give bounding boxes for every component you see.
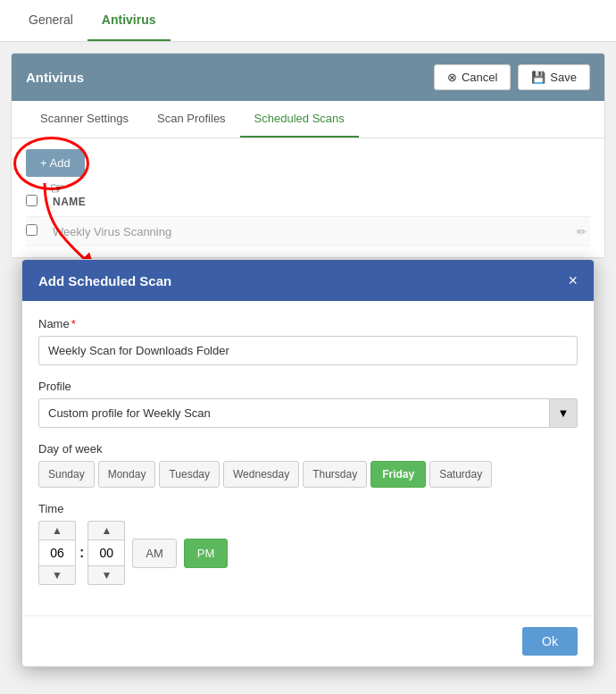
- add-button-area: + Add: [12, 138, 604, 188]
- minute-value: 00: [87, 539, 125, 566]
- table-header: NAME: [26, 188, 590, 217]
- table-row: Weekly Virus Scanning ✏: [26, 217, 590, 247]
- name-column-header: NAME: [53, 196, 86, 208]
- save-label: Save: [550, 71, 577, 84]
- day-monday[interactable]: Monday: [98, 461, 156, 488]
- profile-label: Profile: [38, 380, 578, 393]
- ok-button[interactable]: Ok: [522, 627, 578, 656]
- modal-close-button[interactable]: ×: [568, 272, 578, 288]
- tab-scanner-settings[interactable]: Scanner Settings: [26, 101, 143, 138]
- minute-spinner: ▲ 00 ▼: [87, 521, 125, 585]
- pm-button[interactable]: PM: [184, 539, 229, 568]
- time-colon: :: [76, 545, 87, 561]
- cancel-icon: ⊗: [447, 71, 457, 84]
- name-form-group: Name*: [38, 317, 578, 365]
- time-picker: ▲ 06 ▼ : ▲ 00 ▼ AM PM: [38, 521, 578, 585]
- day-thursday[interactable]: Thursday: [303, 461, 367, 488]
- hour-up-button[interactable]: ▲: [38, 521, 76, 539]
- row-checkbox-wrapper: [26, 224, 53, 238]
- tab-scheduled-scans[interactable]: Scheduled Scans: [240, 101, 359, 138]
- day-friday[interactable]: Friday: [370, 461, 426, 488]
- minute-down-button[interactable]: ▼: [87, 566, 125, 585]
- cancel-label: Cancel: [462, 71, 497, 84]
- row-checkbox[interactable]: [26, 224, 37, 236]
- modal-header: Add Scheduled Scan ×: [22, 260, 594, 301]
- day-tuesday[interactable]: Tuesday: [159, 461, 220, 488]
- edit-icon[interactable]: ✏: [577, 225, 587, 238]
- save-button[interactable]: 💾 Save: [518, 64, 590, 90]
- day-of-week-form-group: Day of week Sunday Monday Tuesday Wednes…: [38, 442, 578, 488]
- add-button[interactable]: + Add: [26, 149, 85, 177]
- tab-scan-profiles[interactable]: Scan Profiles: [143, 101, 240, 138]
- scheduled-scans-table: NAME Weekly Virus Scanning ✏: [12, 188, 604, 257]
- hour-value: 06: [38, 539, 76, 566]
- minute-up-button[interactable]: ▲: [87, 521, 125, 539]
- day-wednesday[interactable]: Wednesday: [223, 461, 299, 488]
- name-input[interactable]: [38, 336, 578, 365]
- modal-body: Name* Profile Custom profile for Weekly …: [22, 301, 594, 615]
- cancel-button[interactable]: ⊗ Cancel: [434, 64, 511, 90]
- hour-spinner: ▲ 06 ▼: [38, 521, 76, 585]
- time-label: Time: [38, 502, 578, 515]
- hour-down-button[interactable]: ▼: [38, 566, 76, 585]
- select-all-checkbox[interactable]: [26, 195, 37, 206]
- profile-select-wrapper: Custom profile for Weekly Scan ▼: [38, 398, 578, 428]
- col-check-header: [26, 195, 53, 209]
- modal-footer: Ok: [22, 615, 594, 666]
- add-scheduled-scan-modal: Add Scheduled Scan × Name* Profile Custo…: [21, 259, 595, 667]
- header-buttons: ⊗ Cancel 💾 Save: [434, 64, 590, 90]
- add-btn-wrapper: + Add: [26, 149, 85, 177]
- tab-antivirus[interactable]: Antivirus: [87, 0, 171, 41]
- row-name: Weekly Virus Scanning: [53, 225, 577, 238]
- save-icon: 💾: [531, 71, 545, 84]
- day-sunday[interactable]: Sunday: [38, 461, 95, 488]
- antivirus-header: Antivirus ⊗ Cancel 💾 Save: [12, 54, 604, 101]
- time-form-group: Time ▲ 06 ▼ : ▲ 00 ▼ A: [38, 502, 578, 585]
- day-buttons-group: Sunday Monday Tuesday Wednesday Thursday…: [38, 461, 578, 488]
- top-tabs-bar: General Antivirus: [0, 0, 616, 42]
- day-of-week-label: Day of week: [38, 442, 578, 456]
- sub-tabs-bar: Scanner Settings Scan Profiles Scheduled…: [12, 101, 604, 138]
- profile-select[interactable]: Custom profile for Weekly Scan: [38, 398, 578, 428]
- tab-general[interactable]: General: [14, 0, 87, 41]
- antivirus-title: Antivirus: [26, 70, 84, 85]
- modal-title: Add Scheduled Scan: [38, 273, 171, 288]
- am-button[interactable]: AM: [132, 539, 177, 568]
- day-saturday[interactable]: Saturday: [429, 461, 492, 488]
- name-label: Name*: [38, 317, 578, 330]
- antivirus-panel: Antivirus ⊗ Cancel 💾 Save Scanner Settin…: [11, 53, 605, 258]
- profile-form-group: Profile Custom profile for Weekly Scan ▼: [38, 380, 578, 428]
